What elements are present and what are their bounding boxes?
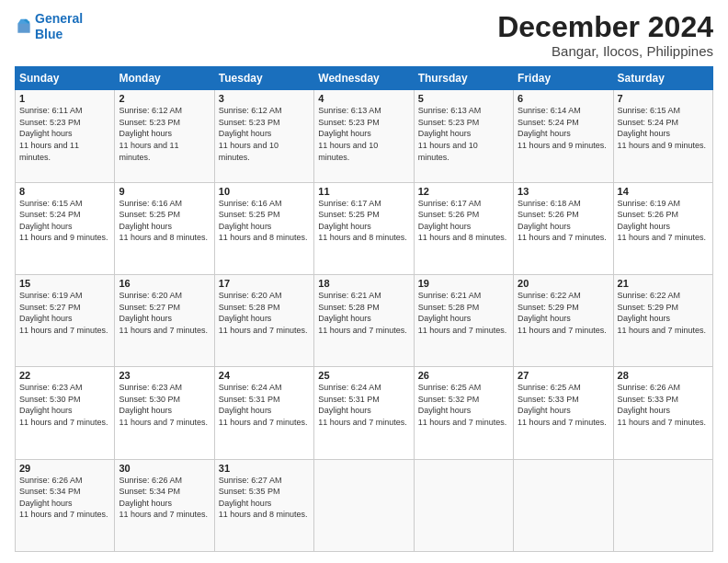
col-header-tuesday: Tuesday [214,67,313,90]
day-info: Sunrise: 6:23 AMSunset: 5:30 PMDaylight … [19,382,110,428]
col-header-saturday: Saturday [613,67,712,90]
day-info: Sunrise: 6:22 AMSunset: 5:29 PMDaylight … [518,290,609,336]
day-cell: 7 Sunrise: 6:15 AMSunset: 5:24 PMDayligh… [613,90,712,182]
day-info: Sunrise: 6:21 AMSunset: 5:28 PMDaylight … [318,290,409,336]
col-header-thursday: Thursday [414,67,513,90]
day-info: Sunrise: 6:26 AMSunset: 5:34 PMDaylight … [119,475,210,521]
day-number: 5 [418,93,509,104]
day-cell: 20 Sunrise: 6:22 AMSunset: 5:29 PMDaylig… [514,274,613,366]
day-number: 21 [618,278,709,289]
day-number: 19 [418,278,509,289]
day-cell: 6 Sunrise: 6:14 AMSunset: 5:24 PMDayligh… [514,90,613,182]
day-cell: 18 Sunrise: 6:21 AMSunset: 5:28 PMDaylig… [314,274,414,366]
day-info: Sunrise: 6:11 AMSunset: 5:23 PMDaylight … [19,105,110,163]
day-cell [514,459,613,551]
day-info: Sunrise: 6:19 AMSunset: 5:27 PMDaylight … [19,290,110,336]
day-info: Sunrise: 6:17 AMSunset: 5:25 PMDaylight … [318,198,409,244]
day-cell [314,459,414,551]
week-row-2: 15 Sunrise: 6:19 AMSunset: 5:27 PMDaylig… [16,274,713,366]
week-row-4: 29 Sunrise: 6:26 AMSunset: 5:34 PMDaylig… [16,459,713,551]
day-number: 3 [219,93,310,104]
day-cell: 9 Sunrise: 6:16 AMSunset: 5:25 PMDayligh… [115,182,214,274]
week-row-1: 8 Sunrise: 6:15 AMSunset: 5:24 PMDayligh… [16,182,713,274]
day-info: Sunrise: 6:24 AMSunset: 5:31 PMDaylight … [318,382,409,428]
day-number: 1 [19,93,110,104]
day-cell: 29 Sunrise: 6:26 AMSunset: 5:34 PMDaylig… [16,459,115,551]
day-info: Sunrise: 6:22 AMSunset: 5:29 PMDaylight … [618,290,709,336]
day-cell: 17 Sunrise: 6:20 AMSunset: 5:28 PMDaylig… [214,274,313,366]
day-info: Sunrise: 6:26 AMSunset: 5:34 PMDaylight … [19,475,110,521]
day-number: 18 [318,278,409,289]
day-cell: 21 Sunrise: 6:22 AMSunset: 5:29 PMDaylig… [613,274,712,366]
logo-icon [15,17,33,36]
day-info: Sunrise: 6:27 AMSunset: 5:35 PMDaylight … [219,475,310,521]
day-info: Sunrise: 6:19 AMSunset: 5:26 PMDaylight … [618,198,709,244]
day-number: 25 [318,370,409,381]
day-cell: 5 Sunrise: 6:13 AMSunset: 5:23 PMDayligh… [414,90,513,182]
day-cell: 22 Sunrise: 6:23 AMSunset: 5:30 PMDaylig… [16,367,115,459]
day-cell: 27 Sunrise: 6:25 AMSunset: 5:33 PMDaylig… [514,367,613,459]
day-number: 7 [618,93,709,104]
day-number: 4 [318,93,409,104]
calendar-header-row: SundayMondayTuesdayWednesdayThursdayFrid… [16,67,713,90]
col-header-sunday: Sunday [16,67,115,90]
day-info: Sunrise: 6:13 AMSunset: 5:23 PMDaylight … [418,105,509,163]
day-number: 12 [418,186,509,197]
page: General Blue December 2024 Bangar, Iloco… [0,0,728,563]
week-row-0: 1 Sunrise: 6:11 AMSunset: 5:23 PMDayligh… [16,90,713,182]
day-cell: 13 Sunrise: 6:18 AMSunset: 5:26 PMDaylig… [514,182,613,274]
day-number: 22 [19,370,110,381]
day-cell: 24 Sunrise: 6:24 AMSunset: 5:31 PMDaylig… [214,367,313,459]
day-number: 16 [119,278,210,289]
day-cell: 11 Sunrise: 6:17 AMSunset: 5:25 PMDaylig… [314,182,414,274]
day-number: 23 [119,370,210,381]
day-cell [613,459,712,551]
day-cell: 26 Sunrise: 6:25 AMSunset: 5:32 PMDaylig… [414,367,513,459]
day-info: Sunrise: 6:12 AMSunset: 5:23 PMDaylight … [119,105,210,163]
day-cell: 19 Sunrise: 6:21 AMSunset: 5:28 PMDaylig… [414,274,513,366]
day-info: Sunrise: 6:20 AMSunset: 5:28 PMDaylight … [219,290,310,336]
logo-line1: General [35,11,83,26]
day-cell: 31 Sunrise: 6:27 AMSunset: 5:35 PMDaylig… [214,459,313,551]
week-row-3: 22 Sunrise: 6:23 AMSunset: 5:30 PMDaylig… [16,367,713,459]
day-number: 2 [119,93,210,104]
day-info: Sunrise: 6:15 AMSunset: 5:24 PMDaylight … [618,105,709,151]
day-info: Sunrise: 6:24 AMSunset: 5:31 PMDaylight … [219,382,310,428]
day-number: 26 [418,370,509,381]
day-number: 28 [618,370,709,381]
day-number: 20 [518,278,609,289]
day-cell [414,459,513,551]
day-number: 30 [119,463,210,474]
day-number: 13 [518,186,609,197]
day-number: 9 [119,186,210,197]
day-info: Sunrise: 6:21 AMSunset: 5:28 PMDaylight … [418,290,509,336]
day-cell: 10 Sunrise: 6:16 AMSunset: 5:25 PMDaylig… [214,182,313,274]
col-header-wednesday: Wednesday [314,67,414,90]
day-number: 11 [318,186,409,197]
day-info: Sunrise: 6:13 AMSunset: 5:23 PMDaylight … [318,105,409,163]
day-info: Sunrise: 6:26 AMSunset: 5:33 PMDaylight … [618,382,709,428]
day-info: Sunrise: 6:20 AMSunset: 5:27 PMDaylight … [119,290,210,336]
day-cell: 4 Sunrise: 6:13 AMSunset: 5:23 PMDayligh… [314,90,414,182]
logo-line2: Blue [35,27,83,42]
day-number: 29 [19,463,110,474]
day-number: 14 [618,186,709,197]
day-cell: 15 Sunrise: 6:19 AMSunset: 5:27 PMDaylig… [16,274,115,366]
day-info: Sunrise: 6:16 AMSunset: 5:25 PMDaylight … [119,198,210,244]
day-cell: 2 Sunrise: 6:12 AMSunset: 5:23 PMDayligh… [115,90,214,182]
logo: General Blue [15,11,83,42]
day-cell: 30 Sunrise: 6:26 AMSunset: 5:34 PMDaylig… [115,459,214,551]
title-block: December 2024 Bangar, Ilocos, Philippine… [497,11,713,59]
day-info: Sunrise: 6:17 AMSunset: 5:26 PMDaylight … [418,198,509,244]
day-cell: 1 Sunrise: 6:11 AMSunset: 5:23 PMDayligh… [16,90,115,182]
subtitle: Bangar, Ilocos, Philippines [497,43,713,59]
day-number: 6 [518,93,609,104]
day-cell: 8 Sunrise: 6:15 AMSunset: 5:24 PMDayligh… [16,182,115,274]
col-header-monday: Monday [115,67,214,90]
day-info: Sunrise: 6:18 AMSunset: 5:26 PMDaylight … [518,198,609,244]
day-cell: 28 Sunrise: 6:26 AMSunset: 5:33 PMDaylig… [613,367,712,459]
day-number: 10 [219,186,310,197]
day-info: Sunrise: 6:25 AMSunset: 5:32 PMDaylight … [418,382,509,428]
day-cell: 12 Sunrise: 6:17 AMSunset: 5:26 PMDaylig… [414,182,513,274]
day-info: Sunrise: 6:25 AMSunset: 5:33 PMDaylight … [518,382,609,428]
